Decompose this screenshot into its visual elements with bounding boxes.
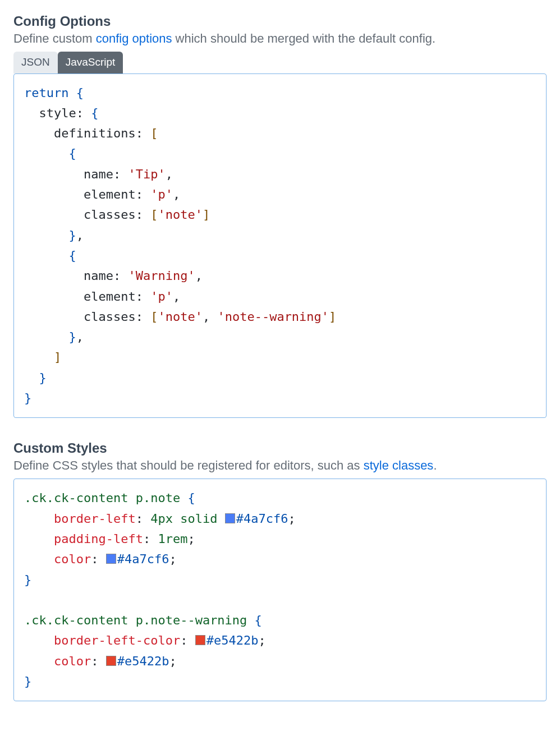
css-code-block: .ck.ck-content p.note { border-left: 4px… — [13, 479, 547, 701]
config-options-heading: Config Options — [13, 13, 547, 29]
custom-styles-desc: Define CSS styles that should be registe… — [13, 458, 547, 473]
style-classes-link[interactable]: style classes — [364, 458, 434, 472]
config-code-block: return { style: { definitions: [ { name:… — [13, 73, 547, 419]
tab-javascript[interactable]: JavaScript — [58, 52, 123, 73]
custom-styles-heading: Custom Styles — [13, 440, 547, 456]
config-options-link[interactable]: config options — [96, 31, 172, 45]
tab-json[interactable]: JSON — [13, 52, 58, 73]
color-swatch-red — [106, 656, 116, 666]
custom-styles-section: Custom Styles Define CSS styles that sho… — [13, 440, 547, 701]
config-options-desc: Define custom config options which shoul… — [13, 31, 547, 46]
color-swatch-blue — [106, 554, 116, 564]
config-options-section: Config Options Define custom config opti… — [13, 13, 547, 418]
code-tabs: JSON JavaScript — [13, 52, 547, 73]
color-swatch-blue — [225, 513, 235, 523]
color-swatch-red — [195, 635, 205, 645]
